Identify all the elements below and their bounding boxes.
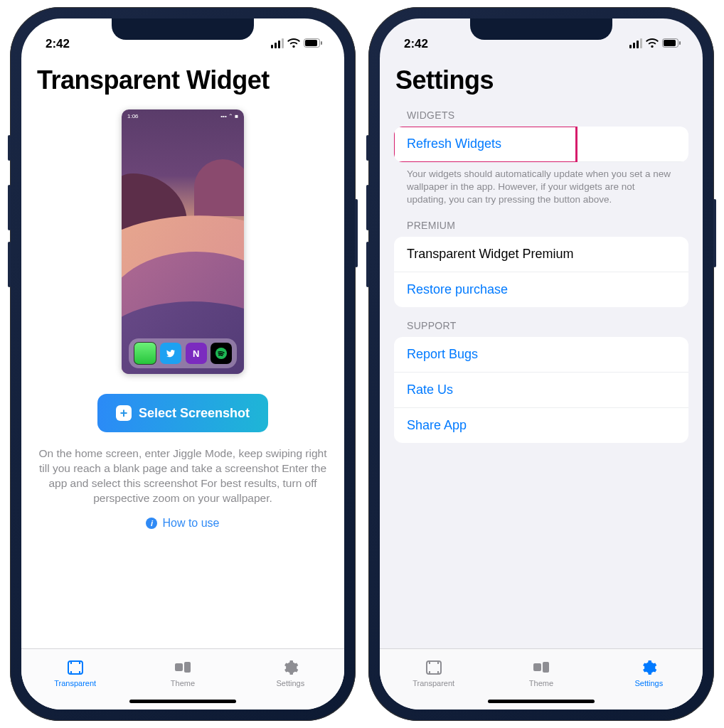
svg-rect-2: [321, 41, 322, 45]
select-screenshot-label: Select Screenshot: [139, 406, 250, 421]
theme-icon: [173, 659, 193, 676]
tab-settings[interactable]: Settings: [595, 649, 703, 697]
notch: [470, 18, 612, 40]
notch: [112, 18, 254, 40]
preview-app-twitter: [160, 343, 181, 364]
instructions-text: On the home screen, enter Jiggle Mode, k…: [36, 446, 330, 506]
plus-icon: +: [116, 405, 132, 421]
select-screenshot-button[interactable]: + Select Screenshot: [97, 394, 268, 432]
signal-icon: [271, 40, 284, 48]
svg-rect-10: [184, 662, 191, 673]
screen-transparent-widget: 2:42 Transparent Widget 1:06••• ⌃ ■ N: [21, 18, 344, 710]
report-bugs-label: Report Bugs: [407, 347, 478, 361]
list-group-support: Report Bugs Rate Us Share App: [394, 337, 688, 443]
screen-settings: 2:42 Settings WIDGETS Refresh Widgets Yo…: [380, 18, 703, 710]
tab-theme[interactable]: Theme: [129, 649, 236, 697]
theme-icon: [531, 659, 551, 676]
how-to-use-label: How to use: [162, 517, 219, 530]
preview-app-spotify: [211, 343, 232, 364]
preview-dock: N: [129, 338, 237, 368]
wifi-icon: [646, 37, 659, 51]
report-bugs-row[interactable]: Report Bugs: [394, 337, 688, 373]
svg-rect-12: [664, 40, 676, 46]
signal-icon: [629, 40, 642, 48]
tab-transparent[interactable]: Transparent: [21, 649, 129, 697]
tab-label: Transparent: [54, 679, 96, 687]
svg-rect-1: [305, 40, 317, 46]
widgets-footer-text: Your widgets should automatically update…: [394, 162, 688, 207]
preview-app-onenote: N: [186, 343, 207, 364]
restore-purchase-row[interactable]: Restore purchase: [394, 272, 688, 307]
premium-product-row[interactable]: Transparent Widget Premium: [394, 237, 688, 272]
how-to-use-link[interactable]: i How to use: [146, 517, 219, 530]
phone-mockup-right: 2:42 Settings WIDGETS Refresh Widgets Yo…: [368, 7, 714, 721]
wallpaper-preview: 1:06••• ⌃ ■ N: [122, 109, 244, 374]
svg-rect-19: [533, 663, 541, 671]
tab-label: Theme: [529, 679, 553, 687]
section-header-premium: PREMIUM: [407, 220, 688, 231]
tab-label: Settings: [634, 679, 663, 687]
tab-label: Transparent: [412, 679, 454, 687]
tab-transparent[interactable]: Transparent: [380, 649, 487, 697]
tab-settings[interactable]: Settings: [237, 649, 344, 697]
page-title: Settings: [395, 65, 688, 95]
home-indicator[interactable]: [488, 700, 595, 703]
svg-rect-9: [175, 663, 183, 671]
phone-mockup-left: 2:42 Transparent Widget 1:06••• ⌃ ■ N: [10, 7, 356, 721]
tab-label: Theme: [171, 679, 195, 687]
premium-product-label: Transparent Widget Premium: [407, 247, 573, 261]
preview-app-phone: [134, 342, 156, 365]
list-group-premium: Transparent Widget Premium Restore purch…: [394, 237, 688, 307]
share-app-row[interactable]: Share App: [394, 408, 688, 443]
section-header-widgets: WIDGETS: [407, 109, 688, 121]
preview-status-icons: ••• ⌃ ■: [220, 113, 238, 119]
restore-purchase-label: Restore purchase: [407, 282, 508, 296]
share-app-label: Share App: [407, 418, 467, 432]
battery-icon: [662, 37, 681, 51]
page-title: Transparent Widget: [37, 65, 330, 95]
home-indicator[interactable]: [129, 700, 236, 703]
rate-us-label: Rate Us: [407, 382, 453, 397]
svg-rect-20: [543, 662, 549, 673]
rate-us-row[interactable]: Rate Us: [394, 373, 688, 408]
transparent-icon: [65, 659, 85, 676]
refresh-widgets-label: Refresh Widgets: [407, 136, 501, 151]
status-time: 2:42: [46, 37, 70, 51]
settings-icon: [639, 659, 659, 676]
battery-icon: [304, 37, 323, 51]
settings-icon: [280, 659, 300, 676]
info-icon: i: [146, 518, 157, 529]
status-time: 2:42: [404, 37, 428, 51]
refresh-widgets-row[interactable]: Refresh Widgets: [394, 127, 688, 162]
svg-rect-13: [679, 41, 681, 45]
section-header-support: SUPPORT: [407, 320, 688, 331]
tab-label: Settings: [276, 679, 304, 687]
wifi-icon: [287, 37, 300, 51]
tab-theme[interactable]: Theme: [487, 649, 595, 697]
list-group-widgets: Refresh Widgets: [394, 127, 688, 162]
transparent-icon: [424, 659, 444, 676]
preview-time: 1:06: [127, 113, 139, 119]
